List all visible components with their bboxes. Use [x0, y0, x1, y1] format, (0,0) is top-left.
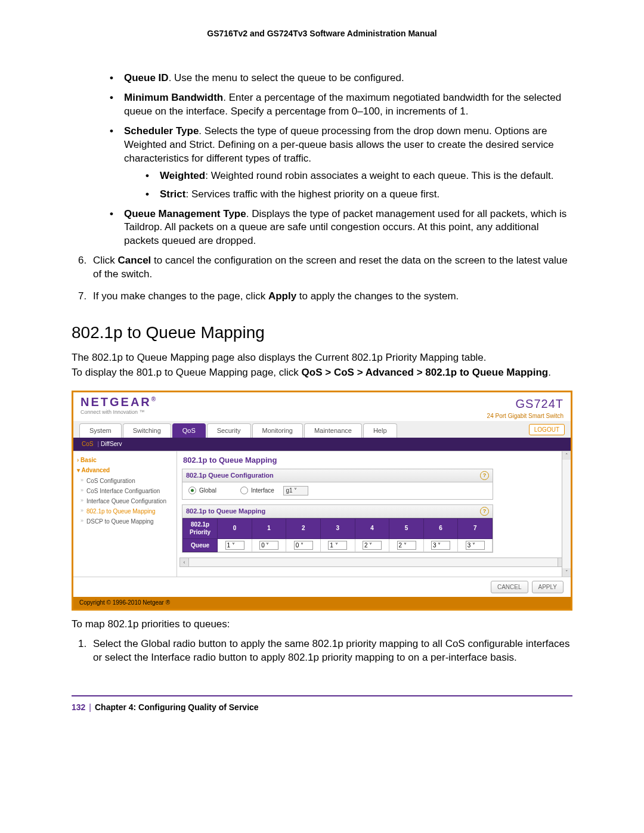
tab-maintenance[interactable]: Maintenance — [304, 423, 362, 438]
model-name: GS724T — [516, 397, 564, 410]
subtab-diffserv[interactable]: DiffServ — [101, 441, 122, 447]
model-sub: 24 Port Gigabit Smart Switch — [487, 412, 564, 420]
step-6: Click Cancel to cancel the configuration… — [89, 254, 572, 281]
panel-queue-mapping: 802.1p to Queue Mapping? 802.1p Priority… — [182, 504, 493, 553]
page-title: 802.1p to Queue Mapping — [183, 455, 568, 466]
field-bullets: Queue ID. Use the menu to select the que… — [110, 72, 572, 248]
queue-select-5[interactable]: 2 ˅ — [397, 541, 416, 550]
apply-button[interactable]: APPLY — [532, 581, 564, 594]
tab-help[interactable]: Help — [363, 423, 397, 438]
steps-list: Click Cancel to cancel the configuration… — [89, 254, 572, 304]
nav-cos-config[interactable]: CoS Configuration — [80, 476, 174, 486]
mapping-table: 802.1p Priority 0 1 2 3 4 5 6 7 — [182, 518, 493, 553]
tab-system[interactable]: System — [79, 423, 122, 438]
help-icon[interactable]: ? — [480, 471, 489, 480]
nav-8021p-queue-mapping[interactable]: 802.1p to Queue Mapping — [80, 506, 174, 516]
queue-select-7[interactable]: 3 ˅ — [466, 541, 485, 550]
section-intro-2: To display the 801.p to Queue Mapping pa… — [72, 366, 572, 380]
priority-1: 1 — [252, 518, 286, 538]
row-header-priority: 802.1p Priority — [183, 518, 218, 538]
panel2-title: 802.1p to Queue Mapping — [186, 507, 265, 516]
brand-logo: NETGEAR® — [80, 395, 156, 408]
step-7: If you make changes to the page, click A… — [89, 290, 572, 304]
queue-select-3[interactable]: 1 ˅ — [328, 541, 347, 550]
priority-5: 5 — [389, 518, 424, 538]
horizontal-scrollbar[interactable]: ‹› — [179, 558, 567, 567]
tab-switching[interactable]: Switching — [123, 423, 171, 438]
radio-global[interactable]: Global — [188, 487, 216, 495]
queue-select-0[interactable]: 1 ˅ — [225, 541, 244, 550]
nav-advanced[interactable]: ▾ Advanced — [76, 465, 174, 476]
bullet-scheduler-type: Scheduler Type. Selects the type of queu… — [110, 125, 572, 202]
vertical-scrollbar[interactable]: ˄˅ — [562, 451, 571, 577]
radio-interface[interactable]: Interface g1 ˅ — [240, 486, 308, 496]
queue-select-2[interactable]: 0 ˅ — [294, 541, 313, 550]
left-nav: › Basic ▾ Advanced CoS Configuration CoS… — [73, 451, 177, 577]
doc-header: GS716Tv2 and GS724Tv3 Software Administr… — [72, 29, 572, 38]
interface-select[interactable]: g1 ˅ — [283, 486, 308, 496]
priority-7: 7 — [458, 518, 493, 538]
queue-select-4[interactable]: 2 ˅ — [363, 541, 382, 550]
mapping-steps: Select the Global radio button to apply … — [89, 637, 572, 665]
priority-6: 6 — [423, 518, 458, 538]
bullet-queue-mgmt: Queue Management Type. Displays the type… — [110, 208, 572, 249]
mapping-step-1: Select the Global radio button to apply … — [89, 637, 572, 665]
logout-button[interactable]: LOGOUT — [529, 424, 565, 436]
bullet-min-bandwidth: Minimum Bandwidth. Enter a percentage of… — [110, 91, 572, 119]
bullet-queue-id: Queue ID. Use the menu to select the que… — [110, 72, 572, 85]
embedded-ui-screenshot: NETGEAR® Connect with Innovation ™ GS724… — [72, 391, 572, 611]
help-icon[interactable]: ? — [480, 507, 489, 516]
cancel-button[interactable]: CANCEL — [491, 581, 528, 594]
priority-2: 2 — [286, 518, 321, 538]
priority-0: 0 — [218, 518, 252, 538]
bullet-strict: Strict: Services traffic with the highes… — [145, 188, 572, 202]
footer-rule — [72, 695, 572, 696]
secondary-tabs: CoS|DiffServ — [73, 438, 571, 451]
tab-security[interactable]: Security — [207, 423, 251, 438]
row-header-queue: Queue — [183, 538, 218, 552]
nav-basic[interactable]: › Basic — [76, 455, 174, 466]
main-content: 802.1p to Queue Mapping 802.1p Queue Con… — [177, 451, 571, 577]
brand-tagline: Connect with Innovation ™ — [80, 408, 156, 416]
page-footer: 132|Chapter 4: Configuring Quality of Se… — [72, 702, 572, 712]
priority-4: 4 — [355, 518, 389, 538]
tab-monitoring[interactable]: Monitoring — [252, 423, 303, 438]
nav-interface-queue-config[interactable]: Interface Queue Configuration — [80, 496, 174, 506]
section-heading: 802.1p to Queue Mapping — [72, 321, 572, 344]
queue-select-6[interactable]: 3 ˅ — [431, 541, 450, 550]
copyright: Copyright © 1996-2010 Netgear ® — [73, 597, 571, 609]
after-ui-text: To map 802.1p priorities to queues: — [72, 618, 572, 631]
bullet-weighted: Weighted: Weighted round robin associate… — [145, 169, 572, 183]
queue-select-1[interactable]: 0 ˅ — [259, 541, 278, 550]
primary-tabs: System Switching QoS Security Monitoring… — [73, 421, 571, 438]
nav-dscp-queue-mapping[interactable]: DSCP to Queue Mapping — [80, 516, 174, 527]
tab-qos[interactable]: QoS — [172, 423, 206, 438]
panel-queue-config: 802.1p Queue Configuration? Global Inter… — [182, 469, 493, 500]
priority-3: 3 — [321, 518, 355, 538]
nav-cos-interface-config[interactable]: CoS Interface Configuartion — [80, 486, 174, 496]
subtab-cos[interactable]: CoS — [82, 441, 93, 447]
section-intro-1: The 802.1p to Queue Mapping page also di… — [72, 351, 572, 365]
panel1-title: 802.1p Queue Configuration — [186, 471, 274, 480]
